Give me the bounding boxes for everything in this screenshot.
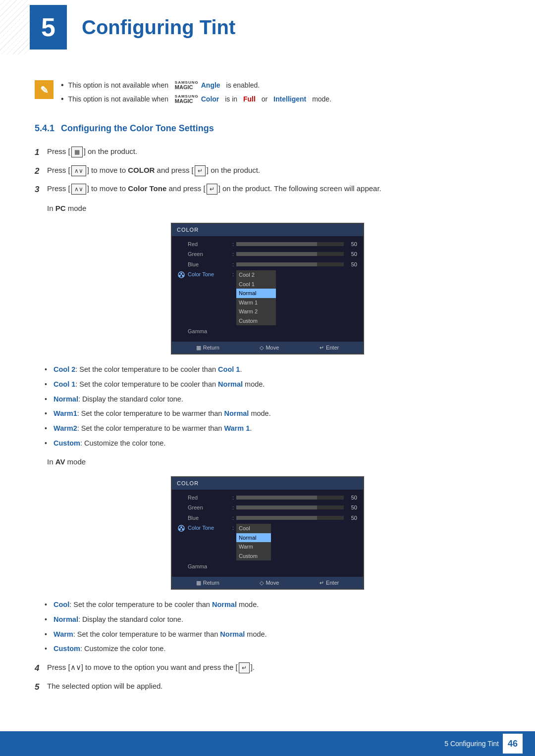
av-label-custom: Custom	[54, 645, 80, 653]
bullet-normal-pc: Normal: Display the standard color tone.	[45, 394, 500, 405]
chapter-number: 5	[41, 14, 55, 40]
av-dropdown-warm: Warm	[236, 542, 271, 552]
dropdown-custom: Custom	[236, 316, 276, 326]
label-warm1: Warm1	[54, 409, 77, 417]
pc-mode-bold: PC	[55, 204, 66, 212]
ref-normal-1: Normal	[218, 380, 243, 388]
dropdown-cool1: Cool 1	[236, 280, 276, 289]
av-dots-colortone: :	[232, 524, 236, 532]
final-steps-list: 4 Press [∧∨] to move to the option you w…	[35, 662, 500, 693]
label-gamma-pc: Gamma	[188, 327, 232, 336]
note-text-block: • This option is not available when SAMS…	[61, 79, 500, 107]
footer-return-pc: ▦ Return	[196, 344, 219, 352]
av-label-normal: Normal	[54, 615, 78, 623]
av-bullet-list: Cool: Set the color temperature to be co…	[45, 600, 500, 655]
step-num-3: 3	[35, 183, 47, 196]
menu-button-icon: ▦	[71, 147, 83, 157]
step-num-4: 4	[35, 662, 47, 675]
av-bullet-warm: Warm: Set the color temperature to be wa…	[45, 629, 500, 640]
label-blue: Blue	[188, 260, 232, 269]
bar-blue	[236, 262, 344, 266]
av-dots-red: :	[232, 494, 236, 502]
av-dots-blue: :	[232, 514, 236, 522]
av-dropdown-cool: Cool	[236, 524, 271, 533]
av-bar-fill-blue	[236, 516, 317, 520]
svg-point-7	[180, 526, 182, 528]
step-2: 2 Press [∧∨] to move to COLOR and press …	[35, 165, 500, 178]
dropdown-warm2: Warm 2	[236, 307, 276, 316]
footer-page-number: 46	[503, 734, 523, 754]
note-2-feature: Color	[201, 94, 219, 104]
step-num-2: 2	[35, 165, 47, 178]
screen-row-blue: Blue : 50	[178, 260, 357, 269]
svg-text:✎: ✎	[40, 85, 49, 96]
svg-point-5	[182, 275, 184, 277]
screen-row-colortone-pc: Color Tone : Cool 2 Cool 1 Normal Warm 1…	[178, 270, 357, 325]
dots-colortone: :	[232, 270, 236, 279]
av-move-label: Move	[266, 579, 279, 587]
note-1-suffix: is enabled.	[226, 80, 260, 91]
note-1-feature: Angle	[201, 80, 220, 91]
note-2-middle: is in	[225, 94, 237, 104]
screen-av-row-blue: Blue : 50	[178, 514, 357, 522]
note-2-opt1: Full	[243, 94, 256, 104]
screen-av-footer: ▦ Return ◇ Move ↵ Enter	[172, 577, 363, 589]
step-3-content: Press [∧∨] to move to Color Tone and pre…	[47, 183, 500, 195]
enter-icon-step4: ↵	[239, 662, 250, 673]
note-icon: ✎	[35, 80, 54, 99]
av-ref-normal-2: Normal	[220, 630, 245, 638]
av-bullet-custom: Custom: Customize the color tone.	[45, 644, 500, 655]
av-dropdown-normal: Normal	[236, 533, 271, 543]
bar-green	[236, 252, 344, 256]
bullet-1: •	[61, 79, 64, 91]
label-colortone: Color Tone	[188, 270, 232, 279]
menu-footer-icon: ▦	[196, 344, 201, 352]
av-label-colortone: Color Tone	[188, 524, 232, 532]
av-footer-move: ◇ Move	[260, 579, 279, 587]
dropdown-normal: Normal	[236, 289, 276, 298]
screen-av-row-red: Red : 50	[178, 494, 357, 502]
screen-pc: COLOR Red : 50 Green	[171, 223, 364, 354]
bullet-2: •	[61, 93, 64, 105]
screen-pc-container: COLOR Red : 50 Green	[35, 223, 500, 354]
label-red: Red	[188, 240, 232, 249]
screen-row-red: Red : 50	[178, 240, 357, 249]
av-bar-red	[236, 496, 344, 500]
note-2-prefix: This option is not available when	[68, 94, 168, 104]
step-4-content: Press [∧∨] to move to the option you wan…	[47, 662, 500, 673]
svg-point-4	[179, 275, 181, 277]
samsung-magic-1: SAMSUNG MAGIC	[175, 81, 199, 90]
bar-red	[236, 242, 344, 246]
screen-av-container: COLOR Red : 50 Green	[35, 476, 500, 590]
step-num-5: 5	[35, 681, 47, 694]
screen-av: COLOR Red : 50 Green	[171, 476, 364, 590]
bullet-warm1: Warm1: Set the color temperature to be w…	[45, 408, 500, 419]
return-label-pc: Return	[203, 344, 219, 352]
screen-row-green: Green : 50	[178, 250, 357, 258]
val-red: 50	[346, 240, 357, 249]
note-2-middle2: or	[262, 94, 268, 104]
page-footer: 5 Configuring Tint 46	[0, 731, 535, 756]
bullet-custom-pc: Custom: Customize the color tone.	[45, 438, 500, 449]
move-label-pc: Move	[266, 344, 279, 352]
pencil-svg-icon: ✎	[35, 80, 54, 99]
step-2-content: Press [∧∨] to move to COLOR and press [↵…	[47, 165, 500, 176]
screen-pc-header: COLOR	[172, 224, 363, 236]
enter-footer-icon: ↵	[320, 344, 324, 352]
note-1-prefix: This option is not available when	[68, 80, 168, 91]
av-bar-fill-green	[236, 505, 317, 509]
bullet-cool1: Cool 1: Set the color temperature to be …	[45, 379, 500, 390]
step-5: 5 The selected option will be applied.	[35, 681, 500, 694]
pc-bullet-list: Cool 2: Set the color temperature to be …	[45, 364, 500, 449]
av-val-red: 50	[346, 494, 357, 502]
step-5-content: The selected option will be applied.	[47, 681, 500, 692]
label-cool1: Cool 1	[54, 380, 75, 388]
updown-icon-step3: ∧∨	[71, 184, 86, 195]
dropdown-av: Cool Normal Warm Custom	[236, 524, 271, 560]
label-cool2: Cool 2	[54, 365, 75, 373]
step-4: 4 Press [∧∨] to move to the option you w…	[35, 662, 500, 675]
section-number: 5.4.1	[35, 123, 54, 133]
dots-red: :	[232, 240, 236, 249]
note-line-1: • This option is not available when SAMS…	[61, 79, 500, 91]
footer-move-pc: ◇ Move	[260, 344, 279, 352]
